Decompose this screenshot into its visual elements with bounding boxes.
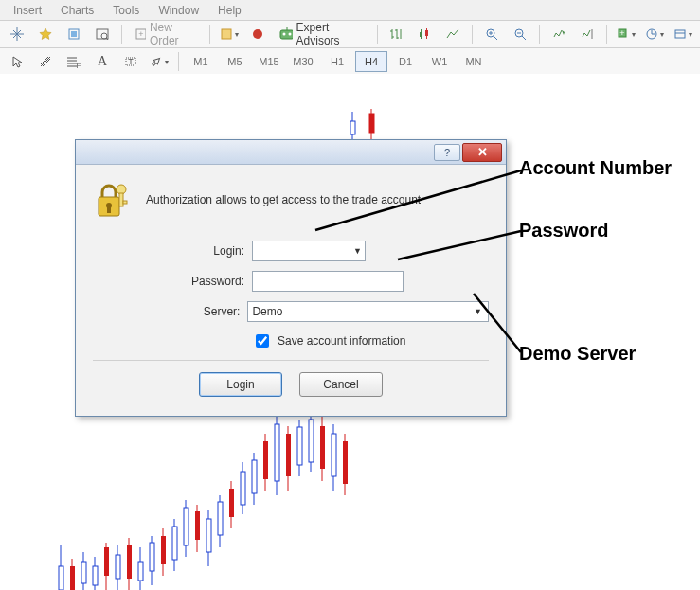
help-button[interactable]: ?: [434, 144, 460, 161]
save-account-label: Save account information: [278, 334, 405, 348]
svg-rect-30: [675, 30, 685, 38]
svg-rect-50: [81, 562, 86, 583]
chevron-down-icon[interactable]: ▼: [350, 246, 366, 256]
line-chart-icon[interactable]: [440, 23, 466, 45]
templates-dropdown-icon[interactable]: ▾: [670, 23, 696, 45]
svg-rect-78: [241, 472, 245, 505]
dialog-titlebar: ? ✕: [76, 140, 506, 165]
svg-rect-44: [369, 114, 374, 133]
menu-tools[interactable]: Tools: [103, 2, 149, 19]
menu-insert[interactable]: Insert: [4, 2, 51, 19]
chart-shift-icon[interactable]: [574, 23, 601, 45]
dialog-description: Authorization allows to get access to th…: [146, 193, 421, 206]
svg-rect-64: [161, 536, 166, 564]
expert-advisors-button[interactable]: Expert Advisors: [273, 23, 371, 45]
templates-icon[interactable]: [61, 23, 87, 45]
svg-rect-54: [104, 547, 109, 576]
password-input[interactable]: [252, 271, 404, 292]
svg-rect-7: [222, 29, 231, 39]
login-input[interactable]: [253, 242, 350, 259]
new-order-button[interactable]: + New Order: [128, 23, 204, 45]
svg-rect-46: [59, 566, 63, 590]
svg-rect-70: [195, 511, 200, 540]
save-account-checkbox[interactable]: [256, 334, 269, 348]
timeframe-m15[interactable]: M15: [253, 51, 285, 72]
server-label: Server:: [93, 305, 247, 318]
svg-line-34: [43, 59, 50, 66]
cancel-button[interactable]: Cancel: [299, 372, 383, 397]
svg-point-10: [282, 33, 285, 36]
timeframe-h1[interactable]: H1: [321, 51, 353, 72]
autotrading-stop-icon[interactable]: [244, 23, 271, 45]
arrows-icon[interactable]: ▾: [146, 50, 172, 73]
annotation-account-number: Account Number: [519, 157, 672, 179]
svg-rect-76: [229, 489, 234, 517]
svg-rect-99: [107, 206, 111, 213]
chevron-down-icon[interactable]: ▼: [468, 307, 488, 316]
svg-rect-62: [150, 543, 154, 571]
svg-rect-92: [320, 426, 325, 469]
expert-advisors-label: Expert Advisors: [296, 21, 365, 47]
svg-rect-42: [350, 121, 355, 134]
expert-advisors-icon: [279, 27, 293, 42]
text-object-icon[interactable]: T: [117, 50, 144, 73]
indicators-icon[interactable]: +▾: [613, 23, 639, 45]
favorites-icon[interactable]: [32, 23, 59, 45]
svg-rect-101: [119, 193, 123, 206]
server-value: Demo: [248, 305, 286, 318]
menu-window[interactable]: Window: [149, 2, 208, 19]
text-label-icon[interactable]: A: [89, 50, 116, 73]
svg-rect-86: [286, 434, 291, 476]
lock-keys-icon: [93, 180, 133, 220]
close-button[interactable]: ✕: [462, 143, 502, 162]
timeframe-d1[interactable]: D1: [389, 51, 422, 72]
svg-rect-66: [172, 527, 177, 560]
svg-rect-96: [343, 441, 348, 484]
login-button[interactable]: Login: [199, 372, 282, 397]
svg-rect-80: [252, 460, 257, 493]
menu-help[interactable]: Help: [208, 2, 251, 19]
svg-line-33: [41, 57, 48, 64]
auto-scroll-icon[interactable]: [546, 23, 572, 45]
new-order-icon: +: [135, 27, 146, 41]
new-order-label: New Order: [150, 21, 197, 47]
data-window-icon[interactable]: [89, 23, 116, 45]
periodicity-icon[interactable]: ▾: [641, 23, 668, 45]
password-label: Password:: [93, 275, 252, 288]
fibonacci-icon[interactable]: F: [61, 50, 87, 73]
timeframe-w1[interactable]: W1: [423, 51, 456, 72]
zoom-out-icon[interactable]: [507, 23, 533, 45]
menu-charts[interactable]: Charts: [51, 2, 103, 19]
cursor-icon[interactable]: [4, 50, 30, 73]
svg-text:+: +: [619, 28, 624, 38]
crosshair-icon[interactable]: [4, 23, 30, 45]
svg-rect-102: [123, 201, 127, 204]
autotrading-icon[interactable]: ▾: [216, 23, 242, 45]
trendline-icon[interactable]: [32, 50, 59, 73]
candlestick-chart-icon[interactable]: [411, 23, 438, 45]
svg-rect-84: [275, 424, 279, 481]
toolbar-main: + New Order ▾ Expert Advisors +▾ ▾: [0, 21, 700, 48]
login-label: Login:: [93, 244, 252, 258]
svg-text:+: +: [138, 29, 143, 39]
timeframe-m1[interactable]: M1: [185, 51, 217, 72]
svg-rect-60: [138, 562, 143, 581]
timeframe-h4[interactable]: H4: [355, 51, 387, 72]
svg-rect-90: [309, 420, 314, 462]
toolbar-drawing: F A T ▾ M1 M5 M15 M30 H1 H4 D1 W1 MN: [0, 48, 700, 76]
svg-rect-82: [263, 441, 268, 479]
svg-rect-48: [70, 566, 75, 590]
timeframe-mn[interactable]: MN: [458, 51, 490, 72]
timeframe-m30[interactable]: M30: [287, 51, 319, 72]
timeframe-m5[interactable]: M5: [219, 51, 251, 72]
bar-chart-icon[interactable]: [383, 23, 409, 45]
zoom-in-icon[interactable]: [478, 23, 505, 45]
svg-rect-68: [184, 508, 188, 545]
login-combobox[interactable]: ▼: [252, 241, 366, 261]
svg-rect-1: [71, 31, 77, 37]
svg-rect-52: [93, 566, 98, 585]
svg-line-18: [494, 36, 497, 40]
server-combobox[interactable]: Demo ▼: [247, 301, 489, 322]
svg-rect-72: [206, 519, 211, 552]
svg-point-8: [253, 29, 262, 39]
